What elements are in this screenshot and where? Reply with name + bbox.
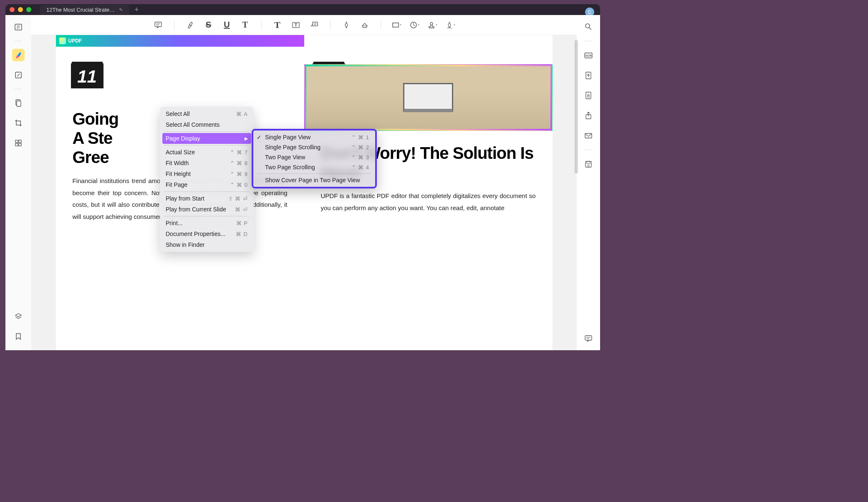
page-body: UPDF is a fantastic PDF editor that comp… [321,190,536,214]
submenu-show-cover[interactable]: Show Cover Page in Two Page View [253,175,375,185]
comments-panel-icon[interactable] [583,333,594,344]
rect-tool[interactable]: ▾ [392,21,401,29]
separator [164,131,250,132]
reader-tool[interactable] [12,21,25,33]
dropdown-caret-icon: ▾ [454,23,455,27]
stamp-tool[interactable]: ▾ [428,21,437,29]
menu-label: Fit Height [166,171,191,177]
svg-point-34 [588,165,589,166]
laptop-illustration [403,83,453,112]
crop-tool[interactable] [12,117,25,129]
submenu-label: Single Page View [265,134,310,141]
separator [174,20,174,30]
menu-shortcut: ⌃ ⌘ 8 [230,160,248,166]
menu-label: Page Display [166,135,200,142]
eraser-tool[interactable] [360,20,370,30]
menu-shortcut: ⌃ ⌘ 7 [230,149,248,156]
svg-rect-7 [15,140,18,143]
svg-rect-10 [19,143,21,146]
page-number-badge: 11 [71,63,103,88]
pencil-tool[interactable] [341,20,351,30]
squiggly-tool[interactable]: T [240,20,250,30]
edit-tool[interactable] [12,69,25,81]
protect-icon[interactable] [583,90,594,101]
page-right: 12 Don't Worry! The Solution Is Here! UP… [304,35,553,350]
menu-select-all[interactable]: Select All ⌘ A [160,108,254,119]
separator [381,20,381,30]
search-icon[interactable] [583,21,594,33]
callout-tool[interactable] [309,20,319,30]
submenu-shortcut: ⌃ ⌘ 1 [351,134,369,141]
menu-label: Show in Finder [166,241,204,248]
save-icon[interactable] [583,158,594,170]
separator [164,191,250,192]
layers-icon[interactable] [12,310,25,323]
updf-logo-icon [59,38,66,44]
menu-play-current[interactable]: Play from Current Slide ⌘ ⏎ [160,204,254,215]
pages-tool[interactable] [12,97,25,109]
check-icon: ✓ [257,134,262,141]
menu-print[interactable]: Print... ⌘ P [160,218,254,228]
menu-shortcut: ⌘ D [236,231,248,237]
minimize-window-button[interactable] [18,7,23,12]
maximize-window-button[interactable] [26,7,31,12]
underline-tool[interactable]: U [222,20,232,30]
separator [330,20,331,30]
dropdown-caret-icon: ▾ [418,23,419,27]
document-tab[interactable]: 12The Most Crucial Strate… ✎ [40,5,129,15]
menu-fit-page[interactable]: Fit Page ⌃ ⌘ 0 [160,179,254,190]
highlighter-tool[interactable] [12,49,25,61]
menu-play-start[interactable]: Play from Start ⇧ ⌘ ⏎ [160,193,254,204]
dropdown-caret-icon: ▾ [436,23,437,27]
menu-select-all-comments[interactable]: Select All Comments [160,119,254,130]
menu-doc-properties[interactable]: Document Properties... ⌘ D [160,228,254,239]
signature-tool[interactable]: ▾ [446,21,455,29]
organize-tool[interactable] [12,137,25,149]
vertical-scrollbar[interactable] [575,40,578,173]
main-area: S U T T T [31,15,577,350]
separator [257,173,371,174]
menu-shortcut: ⌘ ⏎ [235,206,248,213]
circle-tool[interactable]: ▾ [410,21,419,29]
strikethrough-tool[interactable]: S [204,20,214,30]
submenu-two-page-view[interactable]: Two Page View ⌃ ⌘ 3 [253,152,375,162]
share-icon[interactable] [583,110,594,121]
separator [261,20,262,30]
textbox-tool[interactable]: T [291,20,301,30]
submenu-two-page-scrolling[interactable]: Two Page Scrolling ⌃ ⌘ 4 [253,162,375,172]
bookmark-icon[interactable] [12,330,25,343]
page-display-submenu: ✓ Single Page View ⌃ ⌘ 1 Single Page Scr… [252,129,377,188]
submenu-label: Single Page Scrolling [265,144,320,151]
menu-fit-height[interactable]: Fit Height ⌃ ⌘ 9 [160,168,254,179]
edit-tab-icon[interactable]: ✎ [119,7,123,13]
svg-rect-35 [585,336,592,340]
svg-rect-33 [587,161,590,163]
separator [15,89,22,89]
close-window-button[interactable] [10,7,15,12]
menu-label: Play from Current Slide [166,206,226,213]
titlebar: 12The Most Crucial Strate… ✎ + C [5,4,600,15]
submenu-shortcut: ⌃ ⌘ 2 [351,144,369,151]
menu-actual-size[interactable]: Actual Size ⌃ ⌘ 7 [160,147,254,158]
left-sidebar [5,15,31,350]
separator [164,145,250,146]
ocr-icon[interactable]: OCR [583,50,594,61]
convert-icon[interactable] [583,70,594,81]
avatar-letter: C [588,9,592,15]
comment-tool[interactable] [153,20,163,30]
add-tab-button[interactable]: + [134,5,139,14]
highlight-tool[interactable] [185,20,195,30]
submenu-single-page-scrolling[interactable]: Single Page Scrolling ⌃ ⌘ 2 [253,142,375,152]
menu-fit-width[interactable]: Fit Width ⌃ ⌘ 8 [160,158,254,168]
email-icon[interactable] [583,130,594,141]
menu-show-finder[interactable]: Show in Finder [160,239,254,250]
svg-rect-31 [585,133,592,138]
menu-page-display[interactable]: Page Display ▶ [162,133,251,144]
menu-label: Select All Comments [166,121,220,128]
submenu-single-page-view[interactable]: ✓ Single Page View ⌃ ⌘ 1 [253,132,375,142]
document-canvas[interactable]: UPDF 11 GoingA SteGree Financial institu… [31,35,577,350]
submenu-label: Show Cover Page in Two Page View [265,177,360,183]
traffic-lights [10,7,31,12]
text-tool[interactable]: T [273,20,283,30]
svg-rect-9 [15,143,18,146]
